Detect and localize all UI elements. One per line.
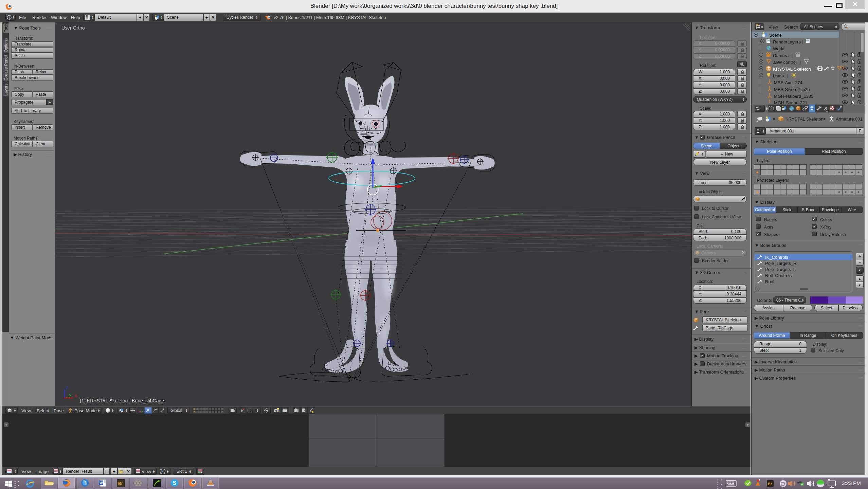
svg-text:i: i xyxy=(9,16,10,19)
svg-text:Br: Br xyxy=(768,482,772,486)
svg-text:W: W xyxy=(100,481,103,485)
svg-text:User Ortho: User Ortho xyxy=(61,25,85,31)
svg-text:(1) KRYSTAL Skeleton : Bone_Ri: (1) KRYSTAL Skeleton : Bone_RibCage xyxy=(80,398,164,403)
svg-text:y: y xyxy=(69,392,71,398)
svg-text:e: e xyxy=(28,481,31,487)
svg-text:Br: Br xyxy=(118,481,123,486)
svg-text:↻: ↻ xyxy=(234,409,235,413)
svg-text:z: z xyxy=(66,385,68,390)
svg-text:x: x xyxy=(75,393,77,398)
svg-text:S: S xyxy=(173,480,177,486)
